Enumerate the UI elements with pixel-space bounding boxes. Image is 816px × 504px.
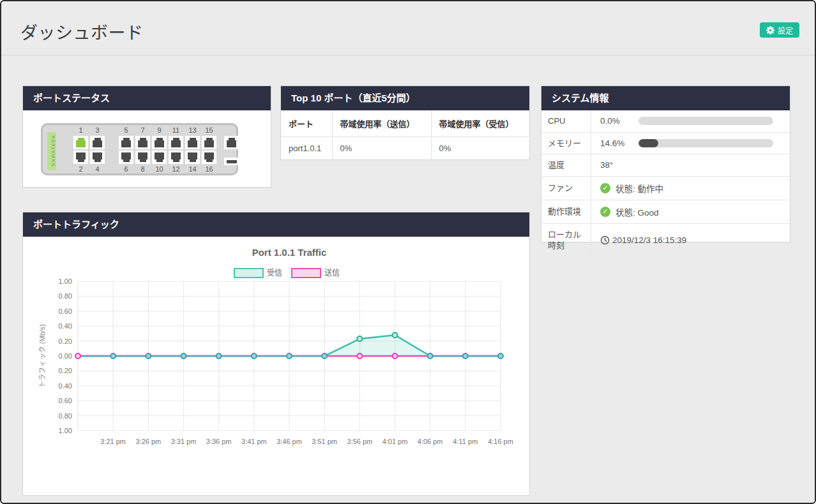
- system-info-row: ローカル時刻2019/12/3 16:15:39: [541, 224, 790, 256]
- port-number-label: 8: [135, 165, 150, 174]
- system-info-label: ファン: [541, 177, 591, 200]
- port-16-connector-icon: [204, 152, 214, 159]
- rx-data-point: [146, 353, 151, 359]
- x-tick-label: 4:01 pm: [382, 438, 408, 445]
- port-12[interactable]: [169, 151, 183, 164]
- port-4[interactable]: [90, 151, 105, 164]
- system-info-value: 2019/12/3 16:15:39: [591, 224, 790, 256]
- legend-item-rx[interactable]: 受信: [234, 269, 282, 278]
- card-slot-icon: [227, 160, 237, 163]
- port-11[interactable]: [169, 136, 183, 149]
- port-3[interactable]: [90, 136, 105, 149]
- port-number-label: 13: [185, 126, 200, 135]
- port-7-connector-icon: [138, 140, 147, 147]
- system-info-table: CPU0.0%メモリー14.6%温度38°ファン✓状態: 動作中動作環境✓状態:…: [541, 110, 790, 256]
- x-tick-label: 3:36 pm: [206, 438, 232, 445]
- chart-title: Port 1.0.1 Traffic: [252, 247, 327, 258]
- status-ok-check-icon: ✓: [600, 183, 610, 193]
- system-info-label: 温度: [541, 154, 591, 176]
- port-9[interactable]: [152, 136, 167, 149]
- legend-swatch: [292, 269, 321, 278]
- system-info-label: ローカル時刻: [541, 224, 591, 256]
- legend-item-tx[interactable]: 送信: [292, 268, 340, 278]
- system-info-value: ✓状態: Good: [591, 200, 790, 223]
- port-1-connector-icon: [76, 140, 86, 147]
- port-8-connector-icon: [138, 152, 147, 159]
- rx-data-point: [463, 353, 468, 359]
- system-info-label: メモリー: [541, 133, 591, 154]
- system-info-row: CPU0.0%: [541, 110, 790, 133]
- port-number-label: 10: [152, 165, 167, 174]
- system-info-row: 動作環境✓状態: Good: [541, 200, 790, 224]
- rx-data-point: [216, 353, 222, 359]
- port-number-label: 14: [185, 165, 200, 174]
- legend-label: 受信: [267, 269, 282, 278]
- port-11-connector-icon: [171, 140, 181, 147]
- port-1[interactable]: [73, 136, 88, 149]
- port-number-label: 7: [135, 126, 150, 135]
- panel-traffic-title: ポートトラフィック: [23, 212, 529, 237]
- console-port[interactable]: [224, 136, 239, 149]
- x-tick-label: 3:46 pm: [276, 438, 302, 445]
- system-info-value: 0.0%: [591, 110, 790, 132]
- switch-faceplate: XS916MXS12345678910111213141516: [41, 123, 238, 175]
- gear-icon: [766, 26, 774, 34]
- status-text: 状態: 動作中: [616, 182, 663, 195]
- legend-swatch: [234, 269, 263, 278]
- x-tick-label: 3:31 pm: [171, 438, 197, 445]
- usage-percent: 0.0%: [600, 116, 633, 126]
- status-ok-check-icon: ✓: [600, 207, 610, 217]
- port-2[interactable]: [73, 151, 88, 164]
- port-number-label: 16: [202, 165, 216, 174]
- port-6[interactable]: [119, 151, 133, 164]
- app-window: ダッシュボード 設定 ポートステータス XS916MXS123456789101…: [0, 0, 816, 504]
- top10-column-header: 帯域使用率（受信）: [431, 110, 529, 137]
- rx-data-point: [287, 353, 292, 359]
- panel-port-status-title: ポートステータス: [23, 86, 271, 110]
- top10-table-cell: 0%: [332, 137, 431, 160]
- port-10-connector-icon: [155, 152, 164, 159]
- panel-system-info: システム情報 CPU0.0%メモリー14.6%温度38°ファン✓状態: 動作中動…: [541, 85, 790, 242]
- port-10[interactable]: [152, 151, 167, 164]
- x-tick-label: 4:16 pm: [488, 438, 513, 445]
- port-16[interactable]: [202, 151, 216, 164]
- status-text: 状態: Good: [616, 205, 659, 218]
- port-14[interactable]: [185, 151, 200, 164]
- system-info-label: CPU: [541, 110, 591, 132]
- y-tick-label: 1.00: [59, 278, 72, 285]
- port-number-label: 4: [90, 165, 105, 174]
- port-5[interactable]: [119, 136, 133, 149]
- tx-data-point: [357, 353, 362, 359]
- port-13-connector-icon: [188, 140, 197, 147]
- y-tick-label: 0.80: [59, 292, 72, 300]
- y-tick-label: 1.00: [59, 427, 72, 434]
- y-tick-label: 0.00: [59, 352, 72, 360]
- x-tick-label: 3:51 pm: [312, 438, 337, 445]
- settings-button-label: 設定: [778, 25, 793, 36]
- port-number-label: 15: [202, 126, 216, 135]
- port-number-label: 9: [152, 126, 167, 135]
- port-12-connector-icon: [171, 152, 181, 159]
- x-tick-label: 4:11 pm: [453, 438, 478, 445]
- usage-progress-fill: [638, 139, 658, 147]
- settings-button[interactable]: 設定: [760, 22, 799, 38]
- top10-ports-table: ポート帯域使用率（送信）帯域使用率（受信）port1.0.10%0%: [281, 110, 529, 159]
- tx-data-point: [75, 353, 80, 359]
- port-5-connector-icon: [121, 140, 131, 147]
- x-tick-label: 3:41 pm: [241, 438, 267, 445]
- x-tick-label: 3:56 pm: [347, 438, 372, 445]
- port-4-connector-icon: [93, 152, 102, 159]
- top10-table-row: port1.0.10%0%: [281, 137, 529, 160]
- legend-label: 送信: [324, 268, 340, 278]
- port-13[interactable]: [185, 136, 200, 149]
- port-15[interactable]: [202, 136, 216, 149]
- top10-table-cell: 0%: [431, 137, 529, 160]
- port-7[interactable]: [135, 136, 150, 149]
- rx-data-point: [428, 353, 433, 359]
- x-tick-label: 3:26 pm: [135, 438, 161, 445]
- tx-data-point: [393, 353, 398, 359]
- system-info-text: 38°: [600, 160, 613, 170]
- y-tick-label: 0.40: [59, 382, 72, 390]
- panel-system-title: システム情報: [541, 86, 790, 110]
- port-8[interactable]: [135, 151, 150, 164]
